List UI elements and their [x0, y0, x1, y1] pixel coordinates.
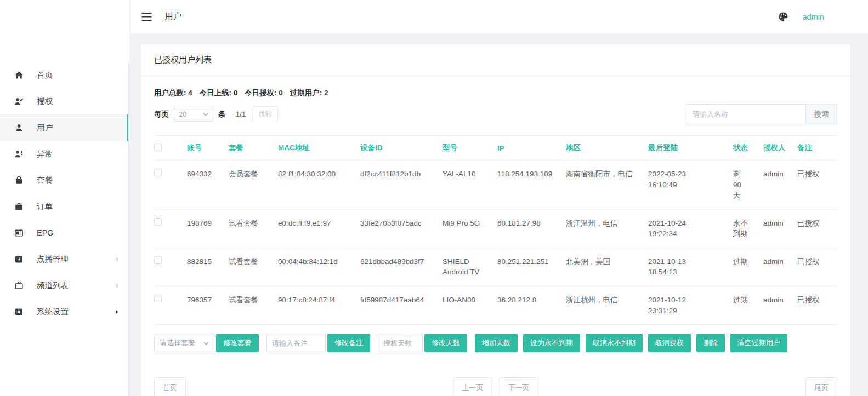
epg-icon: [14, 228, 24, 238]
cancel-never-expire-button[interactable]: 取消永不到期: [586, 334, 643, 352]
row-checkbox[interactable]: [154, 218, 162, 226]
palette-icon[interactable]: [778, 12, 788, 22]
sidebar-menu: 首页 授权 用户 异常 套餐 订单 EPG 点播管理: [0, 0, 129, 325]
cell-remark: 已授权: [797, 209, 837, 248]
days-group: 修改天数: [378, 334, 467, 352]
cell-region: 浙江杭州，电信: [566, 286, 648, 324]
cell-last-login: 2021-10-12 23:31:29: [648, 286, 733, 324]
set-never-expire-button[interactable]: 设为永不到期: [523, 334, 580, 352]
delete-button[interactable]: 删除: [696, 334, 725, 352]
cell-device-id: fd59987d417aab64: [360, 286, 442, 324]
pagination: 首页 上一页 下一页 尾页: [154, 377, 837, 396]
sidebar-item-orders[interactable]: 订单: [0, 193, 129, 220]
sidebar-item-label: 授权: [37, 96, 53, 107]
chevron-right-icon: [114, 308, 121, 315]
prev-page-button[interactable]: 上一页: [453, 377, 492, 396]
stat-expired-value: 2: [324, 89, 328, 97]
plan-group: 请选择套餐 修改套餐: [154, 334, 259, 352]
row-checkbox[interactable]: [154, 295, 162, 302]
chevron-right-icon: [114, 282, 121, 289]
sidebar: 首页 授权 用户 异常 套餐 订单 EPG 点播管理: [0, 0, 130, 396]
last-page-button[interactable]: 尾页: [805, 377, 837, 396]
cell-last-login: 2022-05-23 16:10:49: [648, 160, 733, 210]
stat-total-value: 4: [188, 89, 192, 97]
days-input[interactable]: [378, 334, 423, 352]
sidebar-item-abnormal[interactable]: 异常: [0, 141, 129, 167]
card-body: 用户总数: 4 今日上线: 0 今日授权: 0 过期用户: 2 每页 20 条 …: [141, 76, 850, 396]
stat-expired-label: 过期用户:: [290, 89, 322, 97]
stat-total-label: 用户总数:: [154, 89, 186, 97]
modify-days-button[interactable]: 修改天数: [424, 334, 467, 352]
sidebar-item-vod[interactable]: 点播管理: [0, 246, 129, 272]
cell-status: 过期: [733, 248, 763, 286]
cell-plan: 试看套餐: [229, 286, 278, 324]
sidebar-item-settings[interactable]: 系统设置: [0, 299, 129, 325]
cell-status: 过期: [733, 286, 763, 324]
sidebar-item-label: 点播管理: [37, 254, 69, 265]
sidebar-item-label: 异常: [37, 149, 53, 159]
user-icon: [14, 123, 24, 133]
cell-authorizer: admin: [763, 209, 797, 248]
search-input[interactable]: [687, 104, 806, 124]
page-title: 用户: [164, 11, 181, 22]
briefcase-icon: [14, 202, 24, 211]
sidebar-item-plans[interactable]: 套餐: [0, 167, 129, 193]
per-page-label: 每页: [154, 110, 169, 119]
sidebar-item-home[interactable]: 首页: [0, 62, 129, 88]
sidebar-item-channels[interactable]: 频道列表: [0, 272, 129, 299]
cell-plan: 试看套餐: [229, 209, 278, 248]
hamburger-icon[interactable]: [141, 12, 152, 21]
settings-icon: [14, 307, 24, 317]
user-list-card: 已授权用户列表 用户总数: 4 今日上线: 0 今日授权: 0 过期用户: 2 …: [140, 44, 851, 396]
cell-authorizer: admin: [763, 248, 797, 286]
row-checkbox[interactable]: [154, 256, 162, 264]
col-header-plan: 套餐: [229, 136, 278, 160]
cell-ip: 118.254.193.109: [497, 160, 566, 210]
chevron-right-icon: [114, 256, 121, 263]
page-indicator: 1/1: [236, 110, 246, 118]
cell-remark: 已授权: [797, 248, 837, 286]
plan-select[interactable]: 请选择套餐: [154, 334, 214, 352]
sidebar-item-label: 频道列表: [37, 280, 69, 291]
remark-input[interactable]: [266, 334, 326, 352]
sidebar-scrollbar[interactable]: [128, 63, 129, 396]
cell-authorizer: admin: [763, 160, 797, 210]
modify-plan-button[interactable]: 修改套餐: [216, 334, 259, 352]
col-header-device-id: 设备ID: [360, 136, 442, 160]
username[interactable]: admin: [803, 13, 825, 21]
stat-online-label: 今日上线:: [200, 89, 232, 97]
sidebar-item-epg[interactable]: EPG: [0, 220, 129, 246]
cell-region: 北美洲，美国: [566, 248, 648, 286]
table-row: 198769 试看套餐 e0:dc:ff:f9:e1:97 33fe270b3f…: [154, 209, 837, 248]
row-checkbox[interactable]: [154, 169, 162, 176]
first-page-button[interactable]: 首页: [154, 377, 186, 396]
topbar: 用户 admin: [131, 0, 868, 34]
cell-model: SHIELD Android TV: [442, 248, 497, 286]
revoke-auth-button[interactable]: 取消授权: [648, 334, 691, 352]
select-all-checkbox[interactable]: [154, 144, 162, 151]
remark-group: 修改备注: [266, 334, 370, 352]
sidebar-item-users[interactable]: 用户: [0, 114, 129, 141]
stat-authorized-value: 0: [279, 89, 283, 97]
sidebar-item-label: 套餐: [37, 175, 53, 186]
pagination-center: 上一页 下一页: [453, 377, 538, 396]
cell-mac: e0:dc:ff:f9:e1:97: [278, 209, 360, 248]
col-header-account: 账号: [187, 136, 229, 160]
sidebar-item-label: 订单: [37, 202, 53, 212]
cell-last-login: 2021-10-24 19:22:34: [648, 209, 733, 248]
col-header-ip: IP: [497, 136, 566, 160]
next-page-button[interactable]: 下一页: [500, 377, 538, 396]
jump-button[interactable]: 跳转: [252, 106, 278, 122]
add-days-button[interactable]: 增加天数: [475, 334, 518, 352]
sidebar-item-authorize[interactable]: 授权: [0, 88, 129, 114]
clear-expired-button[interactable]: 清空过期用户: [730, 334, 787, 352]
sidebar-item-label: 首页: [37, 70, 53, 81]
cell-mac: 90:17:c8:24:87:f4: [278, 286, 360, 324]
cell-model: Mi9 Pro 5G: [442, 209, 497, 248]
chevron-down-icon: [203, 339, 209, 347]
modify-remark-button[interactable]: 修改备注: [327, 334, 370, 352]
pager-controls: 每页 20 条 1/1 跳转: [154, 106, 278, 122]
per-page-select[interactable]: 20: [174, 107, 213, 122]
search-button[interactable]: 搜索: [806, 104, 837, 124]
cell-device-id: 621dbbad489bd3f7: [360, 248, 442, 286]
